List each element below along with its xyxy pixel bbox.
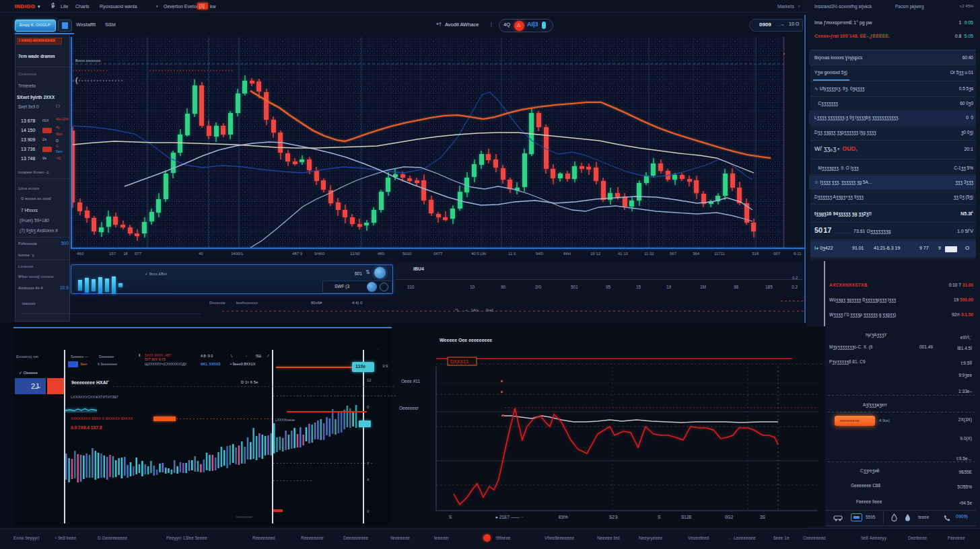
svg-text:DХХХ13: DХХХ13 [450,359,468,364]
